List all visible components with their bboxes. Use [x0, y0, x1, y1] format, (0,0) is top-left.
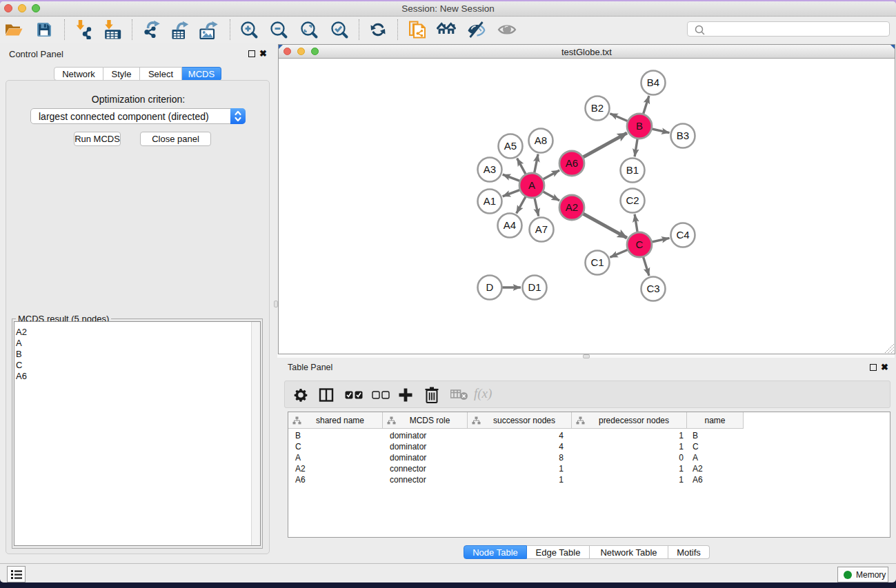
svg-text:C3: C3 — [646, 283, 659, 294]
svg-text:A8: A8 — [535, 134, 547, 146]
svg-text:D: D — [486, 281, 494, 293]
svg-text:C: C — [636, 239, 644, 250]
svg-text:B1: B1 — [626, 164, 639, 176]
svg-text:A5: A5 — [504, 140, 517, 152]
svg-text:A7: A7 — [535, 223, 548, 235]
svg-text:A1: A1 — [484, 195, 496, 207]
svg-text:C2: C2 — [626, 194, 639, 206]
svg-text:C1: C1 — [590, 256, 604, 268]
svg-text:A: A — [528, 179, 535, 191]
svg-text:A2: A2 — [566, 201, 578, 213]
svg-text:A6: A6 — [566, 157, 578, 169]
svg-text:D1: D1 — [528, 281, 541, 293]
svg-text:B4: B4 — [647, 77, 659, 88]
svg-text:C4: C4 — [676, 229, 689, 241]
svg-text:B3: B3 — [677, 130, 689, 141]
svg-text:B: B — [636, 120, 643, 132]
svg-text:A3: A3 — [484, 163, 496, 175]
svg-text:A4: A4 — [504, 219, 516, 231]
svg-text:B2: B2 — [591, 102, 604, 114]
